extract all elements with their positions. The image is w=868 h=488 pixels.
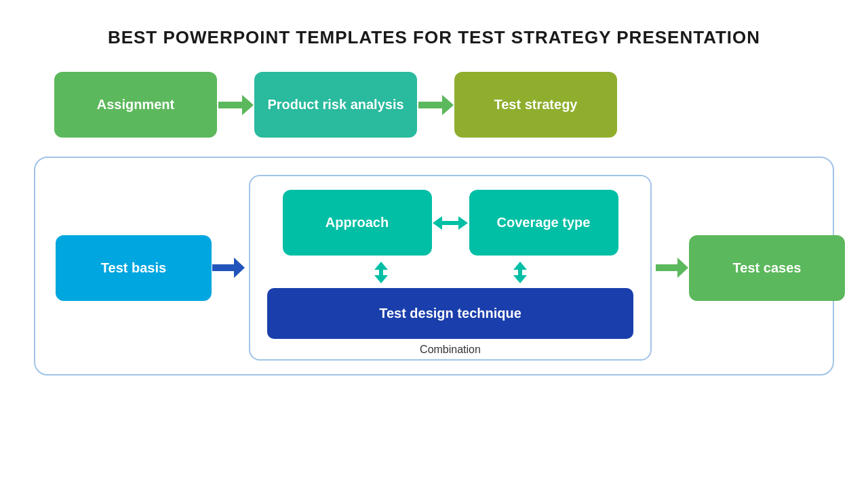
assignment-box: Assignment	[54, 72, 217, 138]
svg-marker-5	[513, 262, 527, 283]
approach-label: Approach	[326, 215, 389, 230]
arrow-assignment-to-product-risk	[217, 92, 254, 119]
test-basis-label: Test basis	[101, 260, 166, 276]
vertical-arrows	[371, 262, 530, 283]
slide: BEST POWERPOINT TEMPLATES FOR TEST STRAT…	[0, 0, 868, 488]
approach-coverage-group: Approach Coverage type	[249, 175, 652, 361]
arrow-test-basis-to-approach	[212, 258, 245, 278]
svg-marker-1	[418, 95, 454, 115]
test-cases-label: Test cases	[733, 260, 802, 276]
vertical-arrow-coverage	[510, 262, 530, 283]
arrow-approach-coverage-double	[432, 213, 469, 233]
svg-marker-2	[212, 258, 245, 278]
slide-title: BEST POWERPOINT TEMPLATES FOR TEST STRAT…	[108, 27, 760, 48]
approach-coverage-row: Approach Coverage type	[267, 190, 633, 256]
top-flow-row: Assignment Product risk analysis Test st…	[34, 72, 834, 138]
test-design-label: Test design technique	[379, 306, 521, 321]
svg-marker-4	[374, 262, 388, 283]
arrow-product-risk-to-strategy	[417, 92, 454, 119]
product-risk-label: Product risk analysis	[267, 97, 403, 113]
test-design-technique-box: Test design technique	[267, 288, 633, 339]
coverage-type-box: Coverage type	[469, 190, 618, 256]
coverage-type-label: Coverage type	[497, 215, 591, 230]
svg-marker-6	[656, 258, 688, 278]
svg-marker-3	[433, 216, 468, 230]
assignment-label: Assignment	[97, 97, 174, 113]
combination-label: Combination	[420, 344, 481, 356]
bottom-flow-container: Test basis Approach Coverage	[34, 157, 834, 375]
svg-marker-0	[218, 95, 254, 115]
approach-box: Approach	[283, 190, 432, 256]
vertical-arrow-approach	[371, 262, 391, 283]
test-cases-box: Test cases	[689, 235, 845, 301]
test-strategy-label: Test strategy	[494, 97, 577, 113]
product-risk-analysis-box: Product risk analysis	[254, 72, 417, 138]
test-strategy-box: Test strategy	[454, 72, 617, 138]
test-basis-box: Test basis	[56, 235, 212, 301]
arrow-coverage-to-test-cases	[655, 258, 689, 278]
